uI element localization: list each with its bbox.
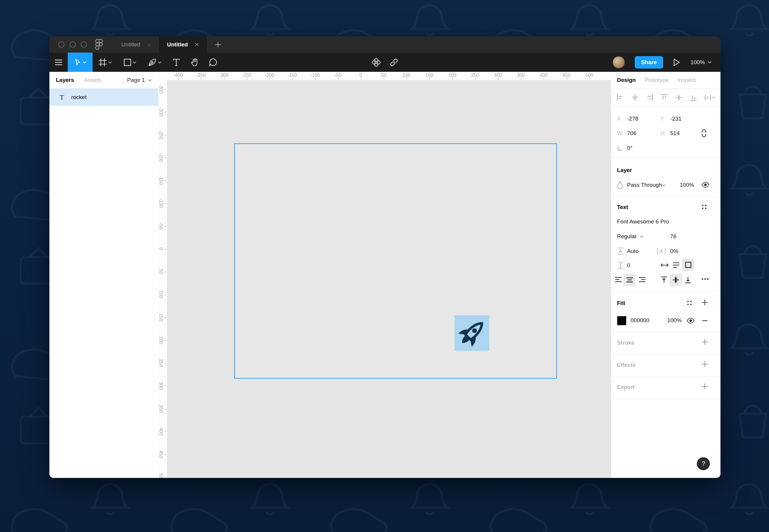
shape-tool-dropdown-icon[interactable] — [133, 61, 136, 64]
text-styles-icon[interactable] — [701, 204, 707, 210]
ruler-h-tick — [178, 78, 179, 80]
font-size-value[interactable]: 76 — [670, 233, 676, 240]
add-export-button[interactable] — [701, 383, 708, 390]
fill-hex-value[interactable]: 000000 — [631, 317, 649, 324]
fill-opacity-value[interactable]: 100% — [667, 317, 682, 324]
tab-close-icon[interactable] — [147, 42, 151, 47]
frame-tool-dropdown-icon[interactable] — [108, 61, 112, 64]
ruler-horizontal: -400-350-300-250-200-150-100-50050100150… — [158, 72, 611, 80]
text-align-left-button[interactable] — [615, 276, 622, 283]
ruler-v-label: 300 — [158, 382, 163, 390]
ruler-h-tick — [566, 78, 567, 80]
frame-tool-button[interactable] — [93, 53, 117, 72]
document-tab-active[interactable]: Untitled — [159, 36, 207, 53]
user-avatar[interactable] — [613, 56, 625, 68]
ruler-h-tick — [430, 78, 430, 80]
text-align-right-button[interactable] — [638, 276, 646, 283]
align-bottom-button[interactable] — [690, 94, 697, 101]
align-top-button[interactable] — [660, 94, 668, 101]
font-family-value[interactable]: Font Awesome 6 Pro — [617, 218, 669, 225]
fill-color-swatch[interactable] — [617, 316, 627, 325]
ruler-h-label: 5 — [611, 73, 611, 78]
help-button[interactable]: ? — [697, 457, 710, 470]
window-minimize-button[interactable] — [69, 41, 76, 48]
fixed-size-button[interactable] — [682, 259, 694, 271]
layer-row-selected[interactable]: T rocket — [49, 89, 158, 106]
text-align-center-button[interactable] — [624, 274, 636, 286]
auto-height-button[interactable] — [672, 262, 680, 269]
main-menu-button[interactable] — [49, 53, 68, 72]
add-effect-button[interactable] — [701, 361, 708, 368]
constrain-proportions-toggle[interactable] — [701, 129, 707, 138]
ruler-v-tick — [164, 158, 166, 158]
page-selector[interactable]: Page 1 — [127, 77, 152, 83]
width-field-value[interactable]: 706 — [627, 130, 637, 137]
ruler-h-label: -250 — [242, 73, 251, 78]
vertical-align-top-button[interactable] — [660, 276, 668, 284]
add-fill-button[interactable] — [701, 299, 708, 306]
document-tab-inactive[interactable]: Untitled — [114, 36, 159, 53]
text-tool-button[interactable] — [167, 53, 185, 72]
align-left-button[interactable] — [616, 94, 624, 101]
y-field-value[interactable]: -231 — [670, 116, 681, 122]
rotation-value[interactable]: 0° — [627, 145, 632, 151]
new-tab-button[interactable] — [207, 36, 229, 53]
tab-inspect[interactable]: Inspect — [678, 77, 696, 83]
ruler-h-label: -50 — [334, 73, 341, 78]
x-field-value[interactable]: -278 — [627, 116, 638, 122]
tab-layers[interactable]: Layers — [56, 77, 74, 83]
paragraph-spacing-value[interactable]: 0 — [627, 262, 630, 269]
font-style-value[interactable]: Regular — [617, 233, 637, 240]
blend-mode-value[interactable]: Pass Through — [627, 182, 662, 188]
comment-tool-button[interactable] — [204, 53, 222, 72]
window-close-button[interactable] — [58, 41, 64, 48]
layer-opacity-value[interactable]: 100% — [680, 182, 694, 188]
canvas[interactable]: -400-350-300-250-200-150-100-50050100150… — [158, 72, 611, 478]
text-layer-icon: T — [60, 93, 64, 101]
effects-section-title: Effects — [617, 362, 636, 368]
hand-tool-button[interactable] — [185, 53, 204, 72]
ruler-v-tick — [164, 112, 166, 112]
create-component-button[interactable] — [372, 58, 380, 67]
pen-tool-dropdown-icon[interactable] — [158, 61, 161, 64]
height-field-value[interactable]: 514 — [670, 130, 680, 137]
window-zoom-button[interactable] — [81, 41, 87, 48]
present-button[interactable] — [673, 59, 680, 66]
share-button[interactable]: Share — [635, 56, 663, 69]
rocket-glyph-highlight[interactable] — [455, 315, 489, 351]
letter-spacing-value[interactable]: 0% — [670, 248, 678, 254]
tab-assets[interactable]: Assets — [84, 77, 101, 83]
copy-link-button[interactable] — [390, 58, 399, 67]
distribute-options-button[interactable] — [705, 94, 715, 101]
add-stroke-button[interactable] — [701, 338, 708, 346]
auto-width-button[interactable] — [660, 262, 669, 268]
remove-fill-button[interactable] — [701, 317, 708, 324]
selected-text-frame[interactable] — [234, 143, 557, 379]
type-settings-button[interactable] — [701, 278, 709, 280]
align-right-button[interactable] — [646, 94, 653, 101]
zoom-level-control[interactable]: 100% — [690, 59, 712, 66]
layer-visibility-eye-icon[interactable] — [701, 182, 710, 188]
chevron-down-icon — [662, 184, 666, 186]
ruler-v-label: 150 — [158, 313, 163, 321]
rocket-icon — [456, 317, 489, 350]
ruler-h-tick — [224, 78, 224, 80]
ruler-h-label: -300 — [219, 73, 228, 78]
vertical-align-bottom-button[interactable] — [684, 276, 692, 284]
tab-design[interactable]: Design — [617, 77, 636, 83]
ruler-v-label: 400 — [158, 427, 163, 435]
ruler-h-label: -150 — [287, 73, 297, 78]
pen-tool-button[interactable] — [142, 53, 167, 72]
fill-visibility-eye-icon[interactable] — [687, 318, 695, 324]
tab-close-icon[interactable] — [194, 42, 199, 47]
fill-styles-icon[interactable] — [687, 300, 692, 306]
ruler-v-label: 100 — [158, 291, 163, 299]
move-tool-dropdown-icon[interactable] — [83, 61, 86, 64]
vertical-align-middle-button[interactable] — [670, 274, 682, 286]
move-tool-button[interactable] — [68, 53, 93, 72]
shape-tool-button[interactable] — [117, 53, 142, 72]
tab-prototype[interactable]: Prototype — [645, 77, 668, 83]
line-height-value[interactable]: Auto — [627, 248, 639, 254]
align-vertical-center-button[interactable] — [675, 94, 683, 101]
align-horizontal-center-button[interactable] — [631, 94, 639, 101]
